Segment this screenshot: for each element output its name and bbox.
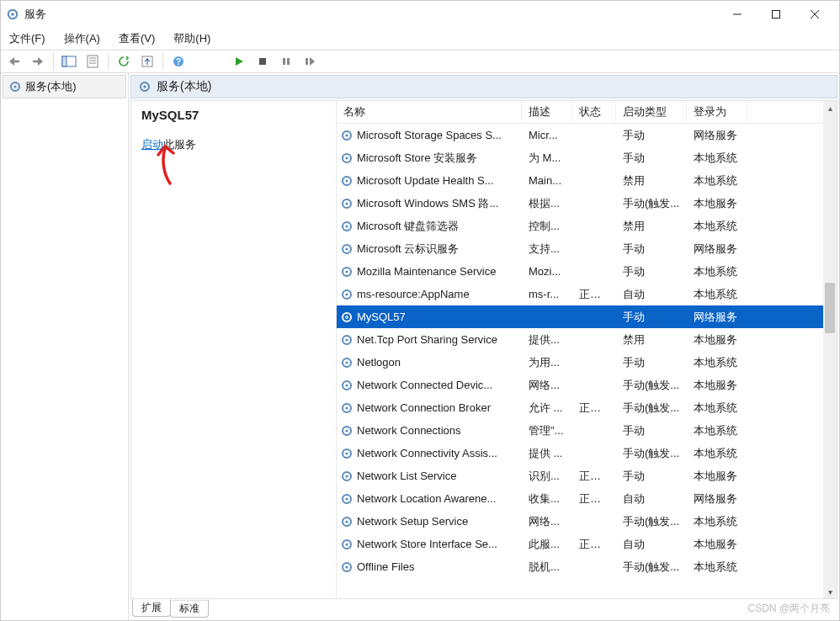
service-desc: Mozi... <box>522 263 572 279</box>
service-name: Network Location Awarene... <box>357 492 496 505</box>
gear-icon <box>340 129 354 142</box>
menu-help[interactable]: 帮助(H) <box>172 29 212 48</box>
service-desc: 为用... <box>522 353 572 372</box>
service-logon: 网络服务 <box>687 126 747 145</box>
col-status[interactable]: 状态 <box>572 101 616 123</box>
watermark: CSDN @两个月亮 <box>747 602 830 616</box>
service-row[interactable]: ms-resource:AppNamems-r...正在...自动本地系统 <box>337 283 823 305</box>
menu-bar: 文件(F) 操作(A) 查看(V) 帮助(H) <box>1 28 839 50</box>
service-name: Microsoft Store 安装服务 <box>357 151 477 166</box>
service-status <box>572 247 616 251</box>
service-row[interactable]: Microsoft Update Health S...Main...禁用本地系… <box>337 169 823 192</box>
properties-button[interactable] <box>82 52 103 71</box>
service-row[interactable]: Microsoft Store 安装服务为 M...手动本地系统 <box>337 146 823 169</box>
menu-view[interactable]: 查看(V) <box>117 29 157 48</box>
service-desc: Main... <box>522 172 572 188</box>
svg-point-38 <box>345 270 348 273</box>
service-startup: 手动(触发... <box>616 399 687 417</box>
svg-point-54 <box>345 452 348 454</box>
refresh-button[interactable] <box>114 52 134 71</box>
service-desc: 脱机... <box>522 558 572 576</box>
service-logon: 本地系统 <box>687 172 747 190</box>
help-button[interactable]: ? <box>168 52 189 71</box>
vertical-scrollbar[interactable]: ▴ ▾ <box>823 101 837 598</box>
tab-extended[interactable]: 扩展 <box>132 599 171 617</box>
service-row[interactable]: Microsoft Windows SMS 路...根据...手动(触发...本… <box>337 192 823 215</box>
service-row[interactable]: Network Connectivity Assis...提供 ...手动(触发… <box>337 442 823 464</box>
close-button[interactable] <box>795 2 834 27</box>
service-startup: 禁用 <box>616 331 687 349</box>
service-row[interactable]: Microsoft 键盘筛选器控制...禁用本地系统 <box>337 215 823 237</box>
service-list[interactable]: 名称 描述 状态 启动类型 登录为 Microsoft Storage Spac… <box>337 101 837 598</box>
service-row[interactable]: Network List Service识别...正在...手动本地服务 <box>337 464 823 487</box>
service-row[interactable]: Network Connected Devic...网络...手动(触发...本… <box>337 374 823 396</box>
col-startup[interactable]: 启动类型 <box>616 101 687 123</box>
services-window: 服务 文件(F) 操作(A) 查看(V) 帮助(H) ? 服务(本地) <box>0 0 840 621</box>
service-row[interactable]: Microsoft Storage Spaces S...Micr...手动网络… <box>337 124 823 146</box>
scroll-up-icon[interactable]: ▴ <box>823 101 837 114</box>
service-startup: 禁用 <box>616 217 687 236</box>
start-service-link[interactable]: 启动 <box>141 138 163 151</box>
col-name[interactable]: 名称 <box>337 101 522 123</box>
service-desc: 允许 ... <box>522 399 572 417</box>
service-status <box>572 157 616 160</box>
scroll-down-icon[interactable]: ▾ <box>823 585 837 598</box>
service-row[interactable]: MySQL57手动网络服务 <box>337 305 823 328</box>
stop-service-button[interactable] <box>253 52 273 71</box>
pane-header: 服务(本地) <box>130 75 837 98</box>
pause-service-button[interactable] <box>276 52 296 71</box>
col-logon[interactable]: 登录为 <box>687 101 747 123</box>
service-desc: 提供... <box>522 331 572 349</box>
show-hide-tree-button[interactable] <box>59 52 79 71</box>
service-row[interactable]: Network Connection Broker允许 ...正在...手动(触… <box>337 396 823 419</box>
service-logon: 本地系统 <box>687 444 747 463</box>
svg-point-34 <box>345 225 348 227</box>
console-tree[interactable]: 服务(本地) <box>1 73 129 620</box>
service-name: Network Connected Devic... <box>357 379 492 391</box>
service-startup: 手动 <box>616 240 687 258</box>
col-desc[interactable]: 描述 <box>522 101 572 123</box>
maximize-button[interactable] <box>757 2 795 27</box>
back-button[interactable] <box>4 52 24 71</box>
title-bar[interactable]: 服务 <box>1 1 839 28</box>
service-status: 正在... <box>572 490 616 508</box>
service-row[interactable]: Mozilla Maintenance ServiceMozi...手动本地系统 <box>337 260 823 283</box>
restart-service-button[interactable] <box>300 52 320 71</box>
service-logon: 本地系统 <box>687 422 747 440</box>
svg-point-26 <box>345 134 348 136</box>
svg-rect-20 <box>306 58 308 65</box>
service-row[interactable]: Network Connections管理"...手动本地系统 <box>337 419 823 442</box>
svg-point-48 <box>345 384 348 386</box>
service-row[interactable]: Netlogon为用...手动本地系统 <box>337 351 823 374</box>
tab-standard[interactable]: 标准 <box>170 600 209 618</box>
service-logon: 本地服务 <box>687 376 747 395</box>
service-startup: 手动(触发... <box>616 444 687 463</box>
service-row[interactable]: Microsoft 云标识服务支持...手动网络服务 <box>337 237 823 260</box>
minimize-button[interactable] <box>718 2 757 27</box>
list-header-row[interactable]: 名称 描述 状态 启动类型 登录为 <box>337 101 823 124</box>
service-row[interactable]: Network Store Interface Se...此服...正在...自… <box>337 533 823 555</box>
service-row[interactable]: Network Setup Service网络...手动(触发...本地系统 <box>337 510 823 533</box>
service-status: 正在... <box>572 399 616 417</box>
scroll-track[interactable] <box>823 114 837 585</box>
service-desc: Micr... <box>522 127 572 143</box>
service-status <box>572 520 616 523</box>
service-row[interactable]: Net.Tcp Port Sharing Service提供...禁用本地服务 <box>337 328 823 351</box>
service-status <box>572 134 616 137</box>
toolbar: ? <box>1 50 839 73</box>
service-row[interactable]: Offline Files脱机...手动(触发...本地系统 <box>337 555 823 578</box>
scroll-thumb[interactable] <box>825 283 835 333</box>
service-status <box>572 338 616 342</box>
svg-point-1 <box>11 13 14 16</box>
menu-action[interactable]: 操作(A) <box>62 29 102 48</box>
export-list-button[interactable] <box>137 52 157 71</box>
gear-icon <box>138 80 152 93</box>
service-startup: 手动 <box>616 353 687 372</box>
start-service-button[interactable] <box>229 52 249 71</box>
tree-item-services-local[interactable]: 服务(本地) <box>3 75 126 98</box>
forward-button[interactable] <box>28 52 48 71</box>
service-row[interactable]: Network Location Awarene...收集...正在...自动网… <box>337 487 823 510</box>
menu-file[interactable]: 文件(F) <box>8 29 47 48</box>
svg-rect-17 <box>259 58 266 65</box>
svg-rect-10 <box>88 56 98 67</box>
